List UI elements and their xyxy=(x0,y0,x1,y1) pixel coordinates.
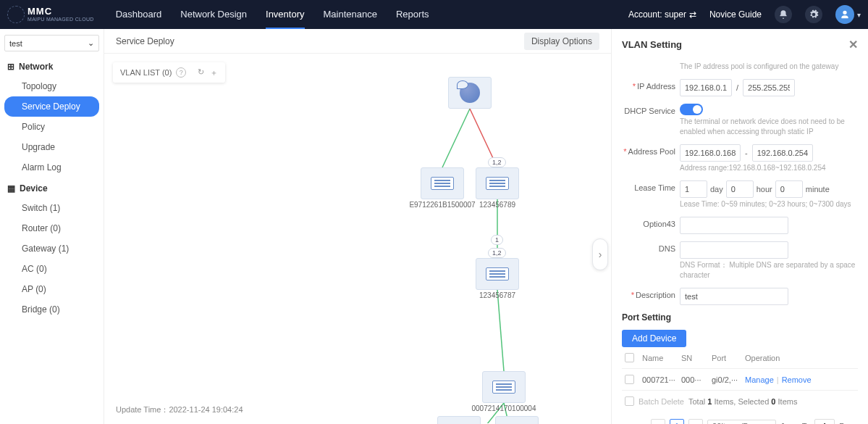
update-time: Update Time：2022-11-24 19:04:24 xyxy=(116,404,243,415)
device-node-1[interactable] xyxy=(476,167,519,199)
brand-sub: MAIPU MANAGED CLOUD xyxy=(28,17,94,22)
option43-input[interactable] xyxy=(680,217,788,234)
select-all-checkbox[interactable] xyxy=(625,353,634,362)
dns-hint: DNS Format： Multiple DNS are separated b… xyxy=(680,260,858,280)
sidebar-item-switch[interactable]: Switch (1) xyxy=(4,198,99,218)
tenant-select[interactable]: test⌄ xyxy=(4,35,99,51)
chevron-right-icon: › xyxy=(599,249,602,260)
sidebar-group-network[interactable]: ⊞Network xyxy=(4,57,99,76)
nav-reports[interactable]: Reports xyxy=(396,1,429,29)
topology-canvas[interactable]: VLAN LIST (0) ? ↻ ＋ E9712261B1500007 123… xyxy=(104,54,611,424)
cloud-node[interactable] xyxy=(448,77,492,109)
device-label-2: 123456787 xyxy=(447,291,548,299)
sidebar-item-upgrade[interactable]: Upgrade xyxy=(4,137,99,157)
th-name: Name xyxy=(642,354,681,362)
grid-icon: ▦ xyxy=(7,183,15,194)
sidebar-item-alarm-log[interactable]: Alarm Log xyxy=(4,157,99,178)
batch-row: Batch Delete Total 1 Items, Selected 0 I… xyxy=(622,391,858,412)
topology-links xyxy=(104,54,597,423)
device-label-1: 123456789 xyxy=(447,201,548,209)
prev-page-button[interactable]: ‹ xyxy=(651,419,665,424)
nav-dashboard[interactable]: Dashboard xyxy=(116,1,162,29)
device-node-4[interactable] xyxy=(437,416,481,424)
avatar xyxy=(835,5,854,24)
range-hint: Address range:192.168.0.168~192.168.0.25… xyxy=(680,163,858,173)
range-from-input[interactable] xyxy=(680,144,741,162)
pool-hint: The IP address pool is configured on the… xyxy=(680,62,858,72)
panel-title: VLAN Setting xyxy=(622,39,682,50)
sidebar-item-ap[interactable]: AP (0) xyxy=(4,279,99,299)
switch-icon xyxy=(431,177,454,190)
sidebar-item-service-deploy[interactable]: Service Deploy xyxy=(4,96,99,117)
device-node-2[interactable] xyxy=(476,258,519,290)
ip-address-input[interactable] xyxy=(680,79,732,96)
vlan-setting-panel: VLAN Setting ✕ The IP address pool is co… xyxy=(611,29,868,424)
chevron-down-icon: ▾ xyxy=(857,11,861,19)
swap-icon: ⇄ xyxy=(689,9,696,20)
table-row: 000721··· 000··· gi0/2,··· Manage|Remove xyxy=(622,369,858,391)
th-sn: SN xyxy=(681,354,712,362)
lease-min-input[interactable] xyxy=(775,180,803,198)
sidebar-item-policy[interactable]: Policy xyxy=(4,117,99,137)
sidebar-item-ac[interactable]: AC (0) xyxy=(4,259,99,279)
port-setting-heading: Port Setting xyxy=(622,312,858,323)
cell-sn: 000··· xyxy=(681,375,712,384)
th-port: Port xyxy=(712,354,745,362)
nav-maintenance[interactable]: Maintenance xyxy=(324,1,377,29)
sidebar-item-topology[interactable]: Topology xyxy=(4,76,99,96)
breadcrumb: Service Deploy xyxy=(116,36,174,46)
sidebar-item-router[interactable]: Router (0) xyxy=(4,218,99,238)
bell-icon[interactable] xyxy=(775,6,792,23)
lease-day-input[interactable] xyxy=(680,180,707,198)
sidebar-item-gateway[interactable]: Gateway (1) xyxy=(4,238,99,259)
range-to-input[interactable] xyxy=(752,144,813,162)
description-input[interactable] xyxy=(680,288,788,305)
row-checkbox[interactable] xyxy=(625,375,634,384)
dhcp-hint: The terminal or network device does not … xyxy=(680,117,858,137)
switch-icon xyxy=(486,177,509,190)
nav-inventory[interactable]: Inventory xyxy=(266,1,304,29)
map-icon: ⊞ xyxy=(7,62,14,72)
nav-network-design[interactable]: Network Design xyxy=(180,1,247,29)
gear-icon[interactable] xyxy=(805,6,822,23)
device-label-3: 0007214170100004 xyxy=(453,404,555,412)
manage-link[interactable]: Manage xyxy=(745,375,774,384)
page-1-button[interactable]: 1 xyxy=(670,419,684,424)
dhcp-toggle[interactable] xyxy=(680,104,703,115)
device-node-5[interactable] xyxy=(495,416,539,424)
cell-name: 000721··· xyxy=(642,375,681,384)
svg-line-3 xyxy=(497,290,504,371)
close-icon[interactable]: ✕ xyxy=(848,38,858,51)
chevron-down-icon: ⌄ xyxy=(88,38,94,48)
logo-icon xyxy=(7,6,25,23)
port-table: Name SN Port Operation 000721··· 000··· … xyxy=(622,347,858,391)
cell-port: gi0/2,··· xyxy=(712,375,745,384)
lease-hour-input[interactable] xyxy=(726,180,754,198)
novice-guide-link[interactable]: Novice Guide xyxy=(709,9,762,20)
sidebar-item-bridge[interactable]: Bridge (0) xyxy=(4,299,99,320)
ip-mask-input[interactable] xyxy=(743,79,795,96)
dns-input[interactable] xyxy=(680,241,788,259)
device-node-0[interactable] xyxy=(421,167,464,199)
display-options-button[interactable]: Display Options xyxy=(524,33,599,50)
batch-delete-link[interactable]: Batch Delete xyxy=(639,397,684,406)
next-page-button[interactable]: › xyxy=(688,419,703,424)
page-size-select[interactable]: 20Items/Page⌄ xyxy=(707,420,776,425)
chevron-down-icon: ⌄ xyxy=(764,422,771,425)
th-operation: Operation xyxy=(745,354,855,362)
batch-checkbox[interactable] xyxy=(625,396,634,406)
remove-link[interactable]: Remove xyxy=(782,375,812,384)
sidebar-group-device[interactable]: ▦Device xyxy=(4,179,99,198)
expand-panel-button[interactable]: › xyxy=(592,238,608,270)
switch-icon xyxy=(492,381,515,394)
svg-line-0 xyxy=(442,109,470,167)
link-pill-1: 1 xyxy=(491,235,503,245)
jump-to-input[interactable] xyxy=(814,419,835,424)
add-device-button[interactable]: Add Device xyxy=(622,330,686,347)
account-menu[interactable]: Account: super ⇄ xyxy=(628,9,696,20)
device-node-3[interactable] xyxy=(482,371,526,403)
link-pill-0: 1,2 xyxy=(488,157,506,167)
pager: ‹ 1 › 20Items/Page⌄ Jump To Page xyxy=(622,419,858,424)
user-menu[interactable]: ▾ xyxy=(835,5,861,24)
brand-logo: MMC MAIPU MANAGED CLOUD xyxy=(7,6,109,23)
